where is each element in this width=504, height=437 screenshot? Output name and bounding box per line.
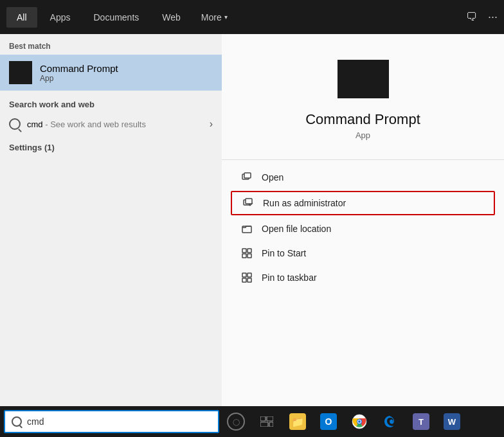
app-info: Command Prompt App (40, 63, 118, 83)
arrow-right-icon: › (210, 118, 213, 130)
chrome-icon (351, 413, 368, 430)
svg-rect-1 (244, 173, 251, 178)
action-pin-to-start[interactable]: Pin to Start (222, 241, 504, 265)
svg-rect-14 (267, 416, 273, 421)
nav-tab-all[interactable]: All (6, 7, 37, 28)
nav-tab-documents[interactable]: Documents (83, 7, 149, 28)
svg-rect-13 (260, 416, 266, 421)
search-query: cmd (27, 120, 43, 129)
action-open[interactable]: Open (222, 165, 504, 190)
nav-tab-apps[interactable]: Apps (40, 7, 81, 28)
svg-rect-6 (248, 249, 251, 253)
taskbar-teams[interactable]: T (407, 407, 435, 436)
settings-section-label: Settings (1) (0, 134, 222, 157)
action-run-as-admin-label: Run as administrator (263, 198, 346, 208)
search-cmd-row[interactable]: cmd - See work and web results › (0, 114, 222, 134)
svg-rect-16 (269, 422, 273, 427)
app-preview-type: App (356, 130, 370, 140)
nav-tab-more[interactable]: More ▾ (194, 7, 235, 28)
action-pin-to-taskbar[interactable]: Pin to taskbar (222, 265, 504, 290)
taskbar-search[interactable]: cmd (4, 410, 219, 433)
right-panel: Command Prompt App Open (222, 34, 504, 406)
teams-icon: T (413, 413, 429, 430)
action-run-as-admin-wrapper: Run as administrator (231, 191, 495, 215)
action-pin-to-taskbar-label: Pin to taskbar (262, 272, 317, 283)
action-open-file-location-label: Open file location (262, 224, 331, 234)
taskbar: cmd ◯ 📁 O (0, 406, 504, 437)
task-view-button[interactable] (253, 407, 281, 436)
more-options-icon[interactable]: ··· (488, 10, 498, 24)
search-cmd-left: cmd - See work and web results (9, 118, 146, 130)
app-icon-cmd (9, 61, 32, 84)
pin-start-icon (241, 247, 253, 259)
svg-rect-12 (248, 278, 251, 282)
left-panel: Best match Command Prompt App Search wor… (0, 34, 222, 406)
cortana-icon: ◯ (233, 418, 240, 425)
svg-rect-10 (248, 273, 251, 277)
action-open-label: Open (262, 172, 284, 183)
taskbar-chrome[interactable] (345, 407, 374, 436)
feedback-icon[interactable]: 🗨 (466, 10, 478, 24)
best-match-label: Best match (0, 34, 222, 55)
app-type: App (40, 74, 118, 83)
svg-rect-7 (242, 254, 246, 258)
cortana-button[interactable]: ◯ (222, 407, 250, 436)
action-list: Open Run as administrator (222, 160, 504, 295)
search-cmd-sub: - See work and web results (45, 120, 146, 129)
taskbar-search-text: cmd (27, 416, 44, 427)
nav-right-icons: 🗨 ··· (466, 10, 498, 24)
app-preview-icon (338, 60, 389, 98)
nav-tab-web[interactable]: Web (152, 7, 191, 28)
pin-taskbar-icon (241, 272, 253, 283)
outlook-icon: O (320, 413, 337, 430)
taskbar-file-explorer[interactable]: 📁 (284, 407, 312, 436)
taskbar-search-icon (12, 416, 22, 427)
svg-rect-11 (242, 278, 246, 282)
top-nav: All Apps Documents Web More ▾ 🗨 ··· (0, 0, 504, 34)
run-as-admin-icon (242, 197, 254, 209)
svg-rect-3 (246, 199, 252, 204)
svg-rect-9 (242, 273, 246, 277)
svg-point-21 (358, 420, 361, 423)
app-name: Command Prompt (40, 63, 118, 74)
search-icon (9, 118, 21, 130)
taskbar-outlook[interactable]: O (314, 407, 343, 436)
file-location-icon (241, 223, 253, 235)
taskbar-edge[interactable] (376, 407, 404, 436)
cortana-circle: ◯ (227, 413, 245, 431)
svg-rect-15 (260, 422, 268, 427)
best-match-item[interactable]: Command Prompt App (0, 55, 222, 91)
file-explorer-icon: 📁 (289, 413, 306, 430)
taskbar-word[interactable]: W (438, 407, 466, 436)
action-run-as-admin[interactable]: Run as administrator (232, 192, 494, 214)
action-pin-to-start-label: Pin to Start (262, 248, 306, 258)
edge-icon (382, 413, 399, 430)
open-icon (241, 172, 253, 183)
search-cmd-text: cmd - See work and web results (27, 120, 146, 129)
svg-rect-8 (248, 254, 251, 258)
app-preview-name: Command Prompt (305, 111, 420, 128)
action-open-file-location[interactable]: Open file location (222, 217, 504, 241)
task-view-icon (260, 416, 273, 427)
word-icon: W (444, 413, 460, 430)
search-work-label: Search work and web (0, 91, 222, 114)
main-content: Best match Command Prompt App Search wor… (0, 34, 504, 406)
svg-rect-5 (242, 249, 246, 253)
chevron-down-icon: ▾ (224, 13, 228, 21)
